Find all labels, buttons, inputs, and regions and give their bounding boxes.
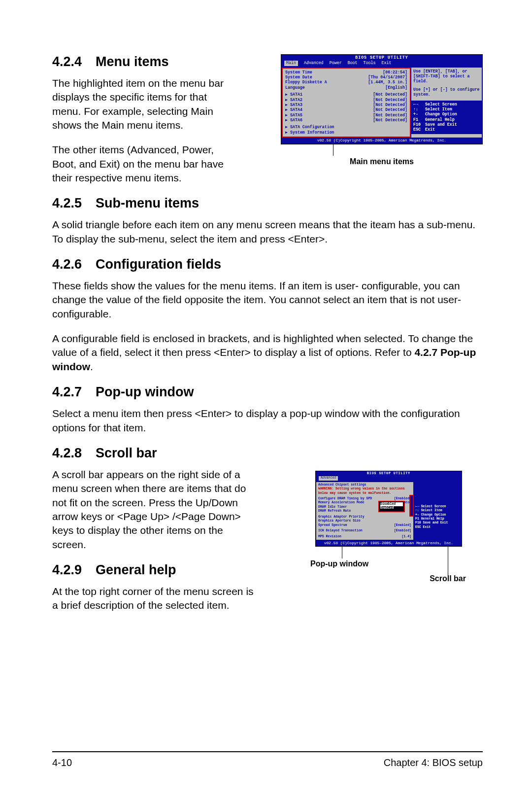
bios1-caption: Main menu items [281, 157, 483, 166]
heading-4-2-6: 4.2.6Configuration fields [52, 257, 483, 272]
bios2-caption-scroll: Scroll bar [430, 574, 466, 583]
heading-4-2-9: 4.2.9General help [52, 562, 483, 578]
para-4-2-6-a: These fields show the values for the men… [52, 279, 483, 321]
heading-4-2-7: 4.2.7Pop-up window [52, 384, 483, 400]
chapter-label: Chapter 4: BIOS setup [384, 757, 483, 768]
para-4-2-4-b: The other items (Advanced, Power, Boot, … [52, 143, 225, 185]
bios2-caption-popup: Pop-up window [310, 559, 368, 568]
heading-4-2-5: 4.2.5Sub-menu items [52, 196, 483, 211]
bios1-row-lbl: System Time [285, 70, 383, 75]
bios2-footer: v02.58 (C)Copyright 1985-2005, American … [316, 540, 462, 546]
bios1-main-panel: System Time[06:22:54] System Date[Thu 04… [282, 68, 411, 138]
bios1-title: BIOS SETUP UTILITY [281, 55, 482, 61]
leader-line-icon [448, 547, 448, 575]
para-4-2-5: A solid triangle before each item on any… [52, 218, 483, 246]
leader-line-icon [342, 547, 342, 558]
bios1-tab-main: Main [284, 61, 298, 66]
bios1-tab-advanced: Advanced [304, 61, 324, 66]
bios-screenshot-2: BIOS SETUP UTILITY Advanced Advanced Chi… [315, 471, 462, 547]
bios1-tab-power: Power [330, 61, 342, 66]
heading-4-2-8: 4.2.8Scroll bar [52, 446, 483, 461]
page-number: 4-10 [52, 757, 72, 768]
para-4-2-9: At the top right corner of the menu scre… [52, 585, 259, 613]
bios2-title: BIOS SETUP UTILITY [316, 471, 462, 476]
bios-figure-1: BIOS SETUP UTILITY Main Advanced Power B… [281, 54, 483, 166]
bios1-tabs: Main Advanced Power Boot Tools Exit [281, 61, 482, 67]
bios1-help-panel: Use [ENTER], [TAB], or [SHIFT-TAB] to se… [411, 68, 482, 138]
para-4-2-6-b: A configurable field is enclosed in brac… [52, 332, 483, 374]
bios1-row-val: [06:22:54] [383, 70, 407, 75]
bios2-main-panel: Advanced Chipset settings WARNING: Setti… [316, 482, 413, 540]
bios1-tab-exit: Exit [382, 61, 392, 66]
bios2-tab-advanced: Advanced [319, 476, 338, 480]
bios1-tab-boot: Boot [348, 61, 358, 66]
bios1-tab-tools: Tools [364, 61, 376, 66]
bios2-tabs: Advanced [316, 476, 462, 481]
bios2-help-panel: ←→ Select Screen ↑↓ Select Item +- Chang… [414, 482, 461, 540]
page: BIOS SETUP UTILITY Main Advanced Power B… [0, 0, 532, 802]
bios1-footer: v02.58 (C)Copyright 1985-2005, American … [281, 138, 482, 144]
page-footer: 4-10 Chapter 4: BIOS setup [52, 751, 483, 768]
para-4-2-4-a: The highlighted item on the menu bar dis… [52, 76, 225, 132]
bios2-popup: Disabled Enabled [379, 502, 404, 511]
bios-screenshot-1: BIOS SETUP UTILITY Main Advanced Power B… [281, 54, 483, 144]
bios-figure-2: BIOS SETUP UTILITY Advanced Advanced Chi… [315, 471, 463, 547]
para-4-2-7: Select a menu item then press <Enter> to… [52, 407, 483, 435]
leader-line-icon [333, 144, 333, 156]
bios2-scrollbar [410, 496, 413, 516]
para-4-2-8: A scroll bar appears on the right side o… [52, 468, 259, 552]
